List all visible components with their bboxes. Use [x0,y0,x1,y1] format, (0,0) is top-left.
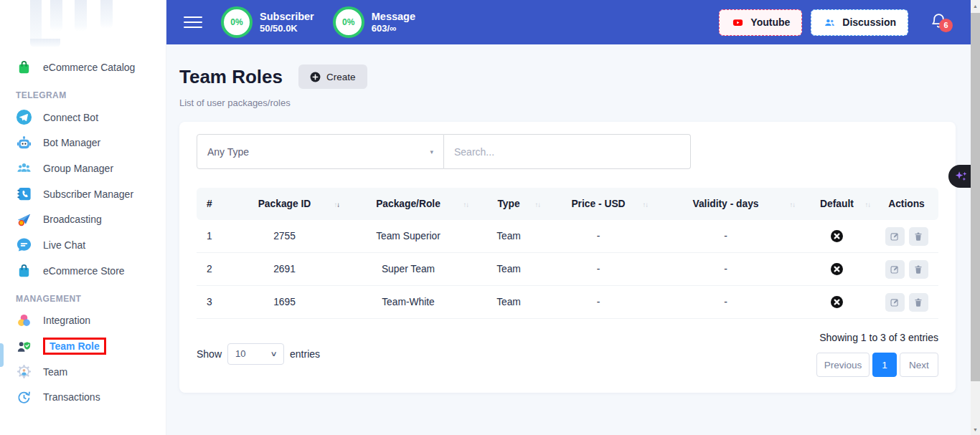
shopping-bag-green-icon [16,59,32,75]
vertical-scrollbar[interactable]: ▲ ▼ [971,0,980,435]
team-roles-table: # Package ID ↑↓ Package/Role ↑↓ Type ↑↓ … [197,188,938,319]
cell-num: 1 [197,231,225,242]
table-row: 3 1695 Team-White Team - - [197,286,938,319]
transactions-history-icon [16,389,32,406]
edit-pencil-icon [890,231,900,242]
default-off-icon [831,263,843,275]
create-button[interactable]: Create [298,64,367,89]
cell-package-id: 1695 [225,297,344,307]
cell-type: Team [473,264,545,274]
youtube-button[interactable]: Youtube [719,9,802,36]
cell-price: - [545,231,652,242]
col-header-validity[interactable]: Validity - days ↑↓ [652,199,799,209]
edit-pencil-icon [890,297,900,307]
topbar: 0% Subscriber 50/50.0K 0% Message 603/∞ … [166,0,971,44]
entries-label: entries [290,348,320,360]
page-title: Team Roles [179,66,283,88]
trash-icon [913,297,923,307]
sort-icon[interactable]: ↑↓ [790,200,796,208]
col-header-type[interactable]: Type ↑↓ [473,199,545,209]
sort-icon[interactable]: ↑↓ [334,200,340,208]
cell-validity: - [652,264,799,274]
ai-assistant-button[interactable] [948,165,971,188]
cell-type: Team [473,297,545,307]
sidebar-item-label: Integration [43,315,90,326]
message-stat-label: Message [372,10,415,23]
page-1-button[interactable]: 1 [872,353,897,377]
cell-validity: - [652,297,799,307]
message-stat-value: 603/∞ [372,23,415,34]
default-off-icon [831,230,843,242]
scrollbar-thumb[interactable] [971,13,980,381]
sidebar-item-label: eCommerce Store [43,265,125,277]
sort-icon[interactable]: ↑↓ [643,200,649,208]
trash-icon [913,264,923,274]
discussion-button-label: Discussion [842,16,896,28]
youtube-button-label: Youtube [750,16,790,28]
sort-icon[interactable]: ↑↓ [865,200,871,208]
scroll-down-arrow-icon[interactable]: ▼ [971,424,980,435]
col-header-actions: Actions [875,199,938,209]
sort-icon[interactable]: ↑↓ [463,200,469,208]
next-page-button[interactable]: Next [900,353,938,377]
sidebar-item-label: Team [43,366,67,378]
edit-button[interactable] [885,260,905,279]
pagination: Previous 1 Next [816,353,938,377]
sidebar-item-subscriber-manager[interactable]: Subscriber Manager [0,181,166,207]
subscriber-progress-ring: 0% [221,6,253,38]
discussion-people-icon [823,16,837,29]
sidebar-item-integration[interactable]: Integration [0,308,166,334]
message-stat: 0% Message 603/∞ [333,6,415,38]
page-size-select[interactable]: 10 ∨ [227,343,284,365]
delete-button[interactable] [909,293,928,312]
chat-bubble-icon [16,236,32,253]
search-input[interactable] [444,134,691,169]
robot-icon [16,135,32,151]
sidebar-item-live-chat[interactable]: Live Chat [0,232,166,258]
sidebar-section-telegram: TELEGRAM [0,80,166,105]
chevron-down-icon: ▾ [430,148,433,156]
delete-button[interactable] [909,227,928,246]
plus-circle-icon [310,72,321,82]
chevron-down-icon: ∨ [270,350,277,358]
sparkles-icon [954,169,969,183]
phonebook-icon [16,186,32,202]
edit-button[interactable] [885,293,905,312]
sidebar-item-connect-bot[interactable]: Connect Bot [0,105,166,130]
create-button-label: Create [326,72,356,82]
shopping-bag-blue-icon [16,262,32,279]
sort-icon[interactable]: ↑↓ [535,200,541,208]
table-header-row: # Package ID ↑↓ Package/Role ↑↓ Type ↑↓ … [197,188,938,220]
broadcast-icon [16,211,32,228]
team-gear-icon [16,363,32,380]
cell-type: Team [473,231,545,242]
sidebar-item-ecommerce-store[interactable]: eCommerce Store [0,258,166,284]
type-filter-select[interactable]: Any Type ▾ [197,134,444,169]
edit-button[interactable] [885,227,905,246]
scroll-up-arrow-icon[interactable]: ▲ [971,0,980,11]
integration-circles-icon [16,312,32,329]
col-header-package-id[interactable]: Package ID ↑↓ [225,199,344,209]
sidebar-item-label: Transactions [43,391,100,403]
sidebar-item-transactions[interactable]: Transactions [0,385,166,411]
sidebar-item-team[interactable]: Team [0,359,166,385]
team-roles-card: Any Type ▾ # Package ID ↑↓ Package/Role … [179,122,956,393]
sidebar-item-ecommerce-catalog[interactable]: eCommerce Catalog [0,54,166,80]
col-header-default[interactable]: Default ↑↓ [799,199,875,209]
subscriber-stat-value: 50/50.0K [260,23,314,34]
col-header-price[interactable]: Price - USD ↑↓ [545,199,652,209]
table-row: 1 2755 Team Superior Team - - [197,220,938,253]
notifications-button[interactable]: 6 [930,12,948,33]
discussion-button[interactable]: Discussion [811,9,908,36]
notification-count-badge: 6 [939,19,953,32]
col-header-package-role[interactable]: Package/Role ↑↓ [344,199,473,209]
sidebar-item-broadcasting[interactable]: Broadcasting [0,206,166,232]
showing-entries-text: Showing 1 to 3 of 3 entries [819,332,938,343]
delete-button[interactable] [909,260,928,279]
sidebar-item-bot-manager[interactable]: Bot Manager [0,130,166,156]
sidebar-item-group-manager[interactable]: Group Manager [0,156,166,181]
cell-price: - [545,264,652,274]
sidebar-item-team-role[interactable]: Team Role [0,333,166,359]
previous-page-button[interactable]: Previous [816,353,870,377]
hamburger-menu-icon[interactable] [184,13,202,31]
